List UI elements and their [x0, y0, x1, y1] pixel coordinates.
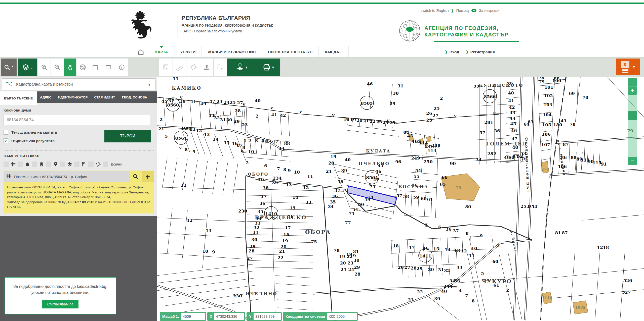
parcel-number: 39 [180, 99, 186, 104]
current-view-checkbox[interactable] [4, 130, 8, 135]
flayers-icon[interactable] [67, 162, 72, 167]
filter-toggle-all[interactable] [103, 162, 108, 167]
parcel-number: 55 [414, 174, 420, 179]
identify-info-button[interactable] [115, 59, 128, 76]
parcel-number: 13 [206, 228, 212, 233]
parcel-number: 26 [426, 111, 432, 116]
y-input[interactable] [254, 313, 281, 320]
accessibility-link[interactable]: За незрящи [479, 8, 500, 13]
nav-item-карта[interactable]: КАРТА [149, 46, 174, 58]
parcel-number: 11 [181, 183, 187, 188]
search-button[interactable]: ⌃ [1, 59, 17, 76]
boundary-tick: v [454, 113, 457, 118]
parcel-number: 75 [311, 239, 317, 244]
zoom-out-button[interactable] [51, 59, 64, 76]
parcel-number: 103 [543, 102, 552, 107]
zoom-box-out-button[interactable] [102, 59, 115, 76]
parcel-number: 104 [543, 112, 552, 117]
zoom-handle[interactable] [628, 111, 637, 120]
nav-item-услуги[interactable]: УСЛУГИ [174, 46, 202, 58]
building-icon[interactable] [39, 162, 44, 167]
nav-item-жалби-и-възражения[interactable]: ЖАЛБИ И ВЪЗРАЖЕНИЯ [202, 46, 262, 58]
fpolygon-icon[interactable] [95, 162, 101, 167]
cadastral-map[interactable]: vvvvvvvv74114537394149472324252728333231… [157, 77, 644, 321]
login-link[interactable]: ❯Вход [445, 50, 459, 54]
filter-toggle-grid[interactable] [4, 162, 9, 167]
cookie-accept-button[interactable]: Съгласявам се [42, 300, 79, 308]
parcel-number: 87 [563, 142, 569, 147]
quick-search-panel: Ключови думи Текущ изглед на картата ✓ П… [0, 103, 157, 224]
layer-select-value: Кадастрална карта и регистри [16, 82, 144, 87]
flag-icon[interactable] [81, 162, 86, 167]
help-link[interactable]: Помощ [456, 8, 469, 13]
caret-down-icon: ⌄ [30, 66, 33, 69]
result-item[interactable]: Поземлен имот 68134.8564.74, гр. София +… [4, 171, 154, 213]
parcel-number: 22 [417, 289, 423, 294]
parcel-number: 10 [202, 249, 208, 254]
nav-item-как-да-[interactable]: КАК ДА... [318, 46, 349, 58]
cadastral-zone-number: 8560 [167, 102, 179, 108]
tab-адрес[interactable]: АДРЕС [37, 91, 55, 103]
parcel-number: 10 [294, 170, 300, 175]
parcel-number: 87 [237, 143, 243, 148]
print-button[interactable]: ▼ [257, 59, 280, 76]
parcel-number: 78 [334, 248, 340, 253]
scale-measure-button[interactable] [159, 59, 173, 76]
add-result-button[interactable]: + [142, 171, 154, 182]
crs-select[interactable] [327, 313, 357, 320]
pan-button[interactable] [64, 59, 76, 76]
cart-button[interactable]: 0 ▼ [616, 59, 640, 75]
first-200-checkbox[interactable]: ✓ [4, 138, 8, 143]
scale-input[interactable] [181, 313, 205, 320]
overview-globe-button[interactable] [76, 59, 89, 76]
filter-toggle-pin[interactable] [46, 162, 51, 167]
parcel-number: 40 [258, 177, 264, 182]
tab-идентификатор[interactable]: ИДЕНТИФИКАТОР [55, 91, 91, 103]
zoom-track[interactable] [628, 95, 637, 157]
zoom-box-in-button[interactable] [89, 59, 102, 76]
parcel-number: 7 [179, 146, 182, 151]
scale-box: Мащаб 1: [160, 312, 206, 321]
parcel-number: 2 [246, 160, 249, 165]
parcel-number: 12 [303, 185, 309, 190]
parcel-number: 1 [244, 138, 247, 143]
select-features-button[interactable] [214, 59, 227, 76]
filter-toggle-fpolygon[interactable] [88, 162, 94, 167]
home-button[interactable] [133, 46, 149, 58]
x-coordinate-box: X [207, 312, 246, 321]
filter-toggle-flag[interactable] [74, 162, 79, 167]
boundary-tick: v [493, 111, 496, 116]
map-area[interactable]: vvvvvvvv74114537394149472324252728333231… [157, 77, 644, 321]
fullscreen-button[interactable] [628, 78, 637, 86]
tab-геод-основа[interactable]: ГЕОД. ОСНОВА [119, 91, 150, 103]
parcel-number: 2 [160, 117, 163, 122]
chevron-down-icon: ▼ [632, 65, 636, 69]
zoom-in-button[interactable] [38, 59, 51, 76]
house-icon[interactable] [25, 162, 30, 167]
upload-button[interactable] [200, 59, 214, 76]
filter-toggle-house[interactable] [18, 162, 23, 167]
area-measure-button[interactable] [186, 59, 200, 76]
parcel-number: 8 [185, 147, 188, 152]
search-button[interactable]: ТЪРСИ [104, 130, 151, 142]
register-link[interactable]: ❯Регистрация [466, 50, 495, 54]
filter-toggle-building[interactable] [32, 162, 37, 167]
distance-measure-button[interactable] [173, 59, 186, 76]
filter-toggle-flayers[interactable] [60, 162, 65, 167]
keywords-input[interactable] [4, 115, 150, 125]
nav-item-проверка-на-статус[interactable]: ПРОВЕРКА НА СТАТУС [262, 46, 318, 58]
parcel-number: 15 [433, 246, 439, 251]
chevron-icon: ❯ [445, 50, 448, 54]
parcel-number: 14 [292, 195, 298, 200]
legend-layers-button[interactable]: ▼ [227, 59, 257, 76]
tab-стар-идент-[interactable]: СТАР ИДЕНТ. [91, 91, 119, 103]
parcel-number: 107 [541, 142, 550, 147]
zoom-to-result-button[interactable] [130, 171, 142, 182]
layers-button[interactable]: ⌄ [18, 59, 37, 76]
grid-icon[interactable] [11, 162, 16, 167]
pin-icon[interactable] [53, 162, 58, 167]
switch-language-link[interactable]: switch to English [421, 8, 449, 13]
map-layer-select[interactable]: Кадастрална карта и регистри ▼ [2, 78, 155, 90]
result-title: Поземлен имот 68134.8564.74, гр. София [14, 175, 87, 179]
x-input[interactable] [214, 313, 244, 320]
